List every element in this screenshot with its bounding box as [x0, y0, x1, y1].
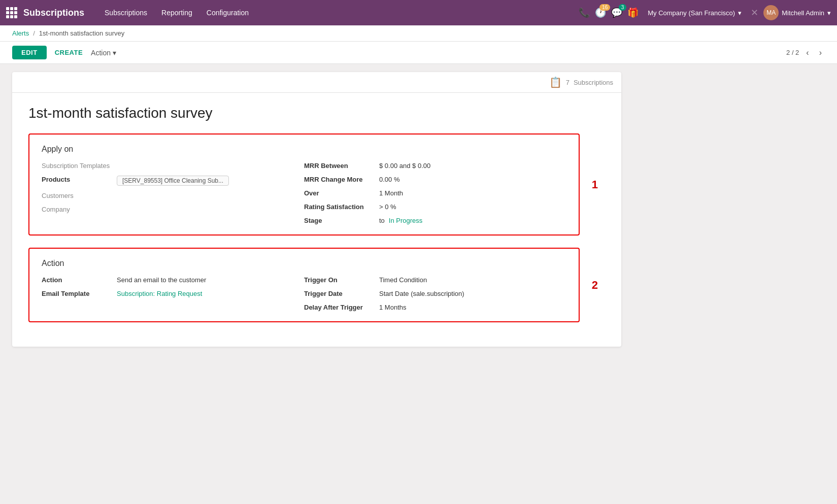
field-label-subscription-templates: Subscription Templates [42, 162, 113, 170]
apply-on-title: Apply on [42, 145, 566, 154]
field-value-mrr-between: $ 0.00 and $ 0.00 [379, 162, 430, 170]
field-label-delay: Delay After Trigger [304, 304, 375, 311]
field-value-trigger-date: Start Date (sale.subscription) [379, 290, 464, 297]
clock-icon[interactable]: 🕐 16 [595, 7, 606, 18]
field-value-rating: > 0 % [379, 203, 396, 211]
field-subscription-templates: Subscription Templates [42, 162, 304, 170]
edit-button[interactable]: EDIT [12, 46, 47, 59]
user-chevron-icon: ▾ [827, 9, 831, 17]
field-mrr-change: MRR Change More 0.00 % [304, 176, 566, 183]
field-label-stage: Stage [304, 217, 375, 224]
apply-on-grid: Subscription Templates Products [SERV_89… [42, 162, 566, 224]
field-value-email-template[interactable]: Subscription: Rating Request [117, 290, 202, 297]
field-label-email-template: Email Template [42, 290, 113, 297]
pagination-info: 2 / 2 [786, 49, 799, 56]
navbar-separator: ✕ [751, 7, 758, 18]
user-name: Mitchell Admin [782, 9, 824, 17]
record-card: 📋 7 Subscriptions 1st-month satisfaction… [12, 72, 621, 347]
apply-on-section: Apply on Subscription Templates Products… [28, 133, 580, 236]
avatar: MA [763, 5, 779, 20]
breadcrumb-parent[interactable]: Alerts [12, 29, 29, 37]
field-value-stage-link[interactable]: In Progress [389, 217, 422, 224]
subscriptions-count[interactable]: 📋 7 Subscriptions [549, 76, 613, 88]
navbar: Subscriptions Subscriptions Reporting Co… [0, 0, 837, 25]
action-section-title: Action [42, 259, 566, 268]
main-nav: Subscriptions Reporting Configuration [98, 6, 573, 20]
field-value-stage-prefix: to [379, 217, 385, 224]
field-value-mrr-change: 0.00 % [379, 176, 399, 183]
field-label-trigger-date: Trigger Date [304, 290, 375, 297]
field-customers: Customers [42, 192, 304, 199]
field-value-products[interactable]: [SERV_89553] Office Cleaning Sub... [117, 176, 229, 186]
subscriptions-number: 7 [566, 79, 570, 86]
chat-badge: 3 [619, 4, 627, 11]
breadcrumb-current: 1st-month satisfaction survey [39, 29, 124, 37]
phone-icon[interactable]: 📞 [579, 7, 590, 18]
field-label-mrr-between: MRR Between [304, 162, 375, 170]
apply-on-right-fields: MRR Between $ 0.00 and $ 0.00 MRR Change… [304, 162, 566, 224]
action-section: Action Action Send an email to the custo… [28, 248, 580, 322]
subscriptions-label: Subscriptions [574, 79, 613, 86]
field-label-company: Company [42, 206, 113, 213]
field-trigger-on: Trigger On Timed Condition [304, 276, 566, 284]
main-content: 📋 7 Subscriptions 1st-month satisfaction… [0, 64, 837, 502]
action-label: Action [91, 49, 111, 57]
field-label-trigger-on: Trigger On [304, 276, 375, 284]
field-label-mrr-change: MRR Change More [304, 176, 375, 183]
action-right-fields: Trigger On Timed Condition Trigger Date … [304, 276, 566, 311]
field-action: Action Send an email to the customer [42, 276, 304, 284]
record-title: 1st-month satisfaction survey [28, 105, 605, 121]
field-rating-satisfaction: Rating Satisfaction > 0 % [304, 203, 566, 211]
nav-configuration[interactable]: Configuration [200, 6, 255, 20]
apps-icon[interactable] [6, 7, 17, 18]
user-menu[interactable]: MA Mitchell Admin ▾ [763, 5, 831, 20]
field-value-action: Send an email to the customer [117, 276, 206, 284]
field-label-customers: Customers [42, 192, 113, 199]
company-name: My Company (San Francisco) [648, 9, 735, 17]
company-selector[interactable]: My Company (San Francisco) ▾ [644, 7, 746, 19]
pagination-prev[interactable]: ‹ [803, 47, 812, 58]
clock-badge: 16 [599, 4, 610, 11]
field-label-action: Action [42, 276, 113, 284]
record-top-bar: 📋 7 Subscriptions [12, 72, 621, 93]
field-value-over: 1 Month [379, 189, 403, 197]
field-products: Products [SERV_89553] Office Cleaning Su… [42, 176, 304, 186]
gift-icon[interactable]: 🎁 [627, 7, 639, 18]
field-email-template: Email Template Subscription: Rating Requ… [42, 290, 304, 297]
breadcrumb: Alerts / 1st-month satisfaction survey [0, 25, 837, 42]
toolbar: EDIT CREATE Action ▾ 2 / 2 ‹ › [0, 42, 837, 64]
section-1-number: 1 [592, 178, 598, 191]
action-button[interactable]: Action ▾ [91, 49, 116, 57]
chat-icon[interactable]: 💬 3 [611, 7, 622, 18]
field-label-over: Over [304, 189, 375, 197]
field-value-trigger-on: Timed Condition [379, 276, 427, 284]
record-body: 1st-month satisfaction survey Apply on S… [12, 93, 621, 347]
apply-on-left-fields: Subscription Templates Products [SERV_89… [42, 162, 304, 224]
create-button[interactable]: CREATE [55, 49, 83, 56]
breadcrumb-separator: / [33, 29, 35, 37]
field-delay-after-trigger: Delay After Trigger 1 Months [304, 304, 566, 311]
field-over: Over 1 Month [304, 189, 566, 197]
nav-subscriptions[interactable]: Subscriptions [98, 6, 153, 20]
field-value-delay: 1 Months [379, 304, 406, 311]
action-grid: Action Send an email to the customer Ema… [42, 276, 566, 311]
field-label-rating: Rating Satisfaction [304, 203, 375, 211]
field-mrr-between: MRR Between $ 0.00 and $ 0.00 [304, 162, 566, 170]
action-left-fields: Action Send an email to the customer Ema… [42, 276, 304, 311]
subscriptions-icon: 📋 [549, 76, 562, 88]
action-chevron-icon: ▾ [113, 49, 116, 57]
field-stage: Stage to In Progress [304, 217, 566, 224]
nav-reporting[interactable]: Reporting [155, 6, 198, 20]
section-2-number: 2 [592, 279, 598, 292]
field-trigger-date: Trigger Date Start Date (sale.subscripti… [304, 290, 566, 297]
field-label-products: Products [42, 176, 113, 183]
pagination-next[interactable]: › [816, 47, 825, 58]
company-chevron-icon: ▾ [738, 9, 742, 17]
brand-title: Subscriptions [23, 8, 84, 18]
navbar-icons: 📞 🕐 16 💬 3 🎁 My Company (San Francisco) … [579, 5, 831, 20]
field-company: Company [42, 206, 304, 213]
pagination: 2 / 2 ‹ › [786, 47, 825, 58]
